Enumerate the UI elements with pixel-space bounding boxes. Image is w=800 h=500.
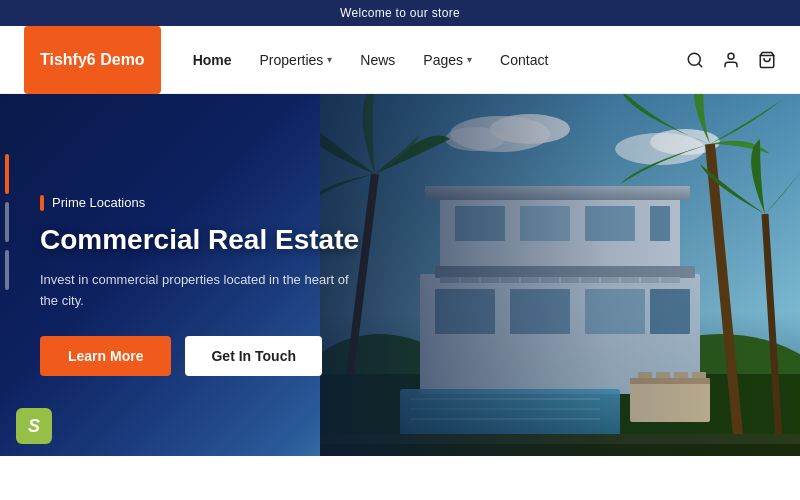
- slide-bar-active: [5, 154, 9, 194]
- cart-icon[interactable]: [758, 51, 776, 69]
- slide-indicators: [0, 94, 14, 456]
- nav-news[interactable]: News: [360, 52, 395, 68]
- slide-bar-inactive: [5, 250, 9, 290]
- shopify-icon: S: [28, 416, 40, 437]
- hero-content: Prime Locations Commercial Real Estate I…: [40, 195, 360, 376]
- nav-properties[interactable]: Properties ▾: [260, 52, 333, 68]
- get-in-touch-button[interactable]: Get In Touch: [185, 336, 322, 376]
- top-banner: Welcome to our store: [0, 0, 800, 26]
- nav-contact[interactable]: Contact: [500, 52, 548, 68]
- tag-accent: [40, 195, 44, 211]
- nav-pages[interactable]: Pages ▾: [423, 52, 472, 68]
- shopify-badge[interactable]: S: [16, 408, 52, 444]
- hero-tag: Prime Locations: [40, 195, 360, 211]
- nav-home[interactable]: Home: [193, 52, 232, 68]
- chevron-down-icon: ▾: [327, 54, 332, 65]
- hero-image: [320, 94, 800, 456]
- header: Tishfy6 Demo Home Properties ▾ News Page…: [0, 26, 800, 94]
- banner-text: Welcome to our store: [340, 6, 460, 20]
- search-icon[interactable]: [686, 51, 704, 69]
- learn-more-button[interactable]: Learn More: [40, 336, 171, 376]
- svg-line-1: [698, 63, 701, 66]
- svg-point-2: [728, 53, 734, 59]
- svg-rect-52: [320, 94, 800, 456]
- hero-section: Prime Locations Commercial Real Estate I…: [0, 94, 800, 456]
- account-icon[interactable]: [722, 51, 740, 69]
- hero-description: Invest in commercial properties located …: [40, 270, 360, 312]
- hero-title: Commercial Real Estate: [40, 223, 360, 257]
- slide-bar-inactive: [5, 202, 9, 242]
- main-nav: Home Properties ▾ News Pages ▾ Contact: [193, 52, 686, 68]
- hero-buttons: Learn More Get In Touch: [40, 336, 360, 376]
- header-icons: [686, 51, 776, 69]
- chevron-down-icon: ▾: [467, 54, 472, 65]
- logo[interactable]: Tishfy6 Demo: [24, 26, 161, 94]
